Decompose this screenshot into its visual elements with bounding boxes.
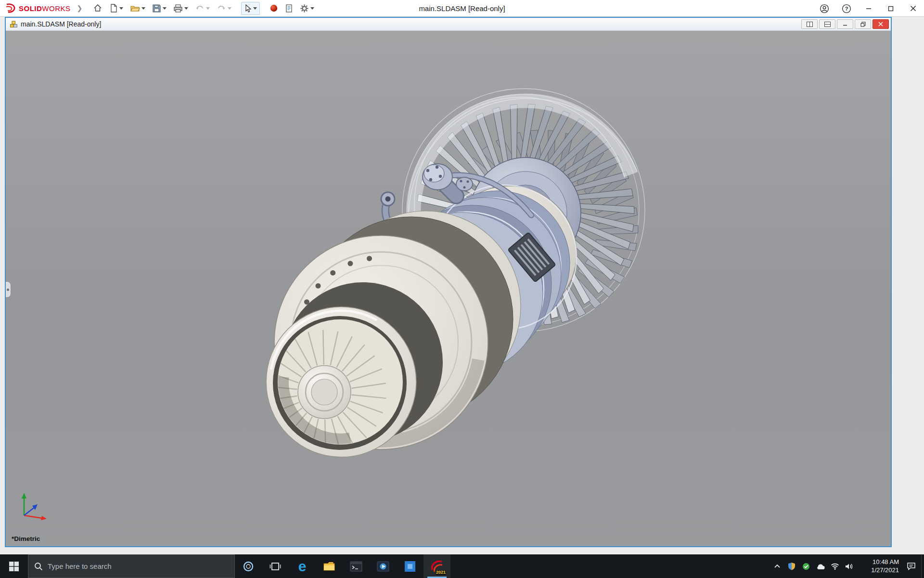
save-dropdown[interactable] xyxy=(163,7,167,10)
solidworks-application: SOLIDWORKS ❯ xyxy=(0,0,924,578)
save-button[interactable] xyxy=(149,2,169,15)
save-icon xyxy=(152,4,161,13)
options-gear-icon xyxy=(300,4,309,13)
media-app-button[interactable] xyxy=(370,554,397,578)
account-button[interactable] xyxy=(813,0,835,17)
file-properties-button[interactable] xyxy=(282,2,296,15)
close-icon xyxy=(910,5,916,12)
split-view-horizontal-button[interactable] xyxy=(819,19,835,29)
orientation-triad[interactable] xyxy=(15,489,52,523)
taskbar-clock[interactable]: 10:48 AM 1/27/2021 xyxy=(857,558,901,575)
cortana-button[interactable] xyxy=(235,554,262,578)
start-button[interactable] xyxy=(0,554,28,578)
open-dropdown[interactable] xyxy=(141,7,145,10)
accessory-flange xyxy=(423,164,473,196)
undo-dropdown[interactable] xyxy=(206,7,210,10)
volume-tray[interactable] xyxy=(842,554,857,578)
solidworks-year-label: 2021 xyxy=(436,570,446,575)
show-desktop-button[interactable] xyxy=(921,554,924,578)
open-folder-icon xyxy=(130,3,140,13)
solidworks-logo: SOLIDWORKS ❯ xyxy=(0,3,82,13)
clock-date: 1/27/2021 xyxy=(857,566,899,575)
appearance-button[interactable] xyxy=(267,2,281,14)
edge-button[interactable]: e xyxy=(289,554,316,578)
close-icon xyxy=(878,22,883,26)
redo-icon xyxy=(217,4,226,13)
onedrive-cloud-icon xyxy=(816,563,825,570)
minimize-icon xyxy=(866,6,872,12)
media-app-icon xyxy=(377,561,389,572)
home-icon xyxy=(93,3,103,13)
quick-access-toolbar xyxy=(90,1,317,15)
help-button[interactable]: ? xyxy=(835,0,858,17)
tray-expand-button[interactable] xyxy=(770,554,784,578)
task-view-icon xyxy=(270,561,281,572)
app-window-controls: ? xyxy=(813,0,924,17)
document-title: main.SLDASM [Read-only] xyxy=(21,20,101,28)
options-button[interactable] xyxy=(297,2,317,15)
new-document-button[interactable] xyxy=(106,1,126,15)
minimize-button[interactable] xyxy=(858,0,880,17)
windows-logo-icon xyxy=(9,561,19,572)
close-button[interactable] xyxy=(902,0,924,17)
split-view-vertical-button[interactable] xyxy=(801,19,818,29)
print-icon xyxy=(173,4,183,13)
feature-tree-collapse-handle[interactable] xyxy=(6,281,11,298)
volume-speaker-icon xyxy=(845,563,854,570)
task-view-button[interactable] xyxy=(262,554,289,578)
file-explorer-button[interactable] xyxy=(316,554,343,578)
select-cursor-icon xyxy=(244,4,252,13)
document-titlebar[interactable]: main.SLDASM [Read-only] xyxy=(6,18,891,31)
search-icon xyxy=(34,562,43,571)
split-vertical-icon xyxy=(807,22,813,27)
assembly-document-icon xyxy=(10,20,18,28)
solidworks-app-button[interactable]: 2021 xyxy=(424,554,450,578)
taskbar-search[interactable] xyxy=(28,554,235,578)
network-wifi-icon xyxy=(831,563,839,570)
system-tray: 10:48 AM 1/27/2021 xyxy=(770,554,924,578)
brand-expand-chevron-icon[interactable]: ❯ xyxy=(77,4,83,12)
search-input[interactable] xyxy=(48,562,229,570)
restore-icon xyxy=(860,22,866,27)
console-app-icon xyxy=(350,561,362,572)
redo-button[interactable] xyxy=(214,2,234,14)
model-3d-jet-engine[interactable] xyxy=(6,31,891,546)
options-dropdown[interactable] xyxy=(310,7,314,10)
print-dropdown[interactable] xyxy=(184,7,188,10)
select-tool-button[interactable] xyxy=(241,2,260,15)
action-center-button[interactable] xyxy=(901,554,921,578)
photos-app-button[interactable] xyxy=(397,554,424,578)
redo-dropdown[interactable] xyxy=(228,7,231,10)
home-button[interactable] xyxy=(90,1,105,15)
help-icon: ? xyxy=(842,4,851,13)
svg-text:?: ? xyxy=(845,6,848,12)
security-shield-tray[interactable] xyxy=(784,554,799,578)
solidworks-app-icon: 2021 xyxy=(429,558,445,575)
onedrive-tray[interactable] xyxy=(813,554,828,578)
cortana-icon xyxy=(243,561,254,572)
console-app-button[interactable] xyxy=(343,554,370,578)
undo-icon xyxy=(195,4,205,13)
defender-shield-icon xyxy=(788,562,796,570)
new-document-dropdown[interactable] xyxy=(119,7,123,10)
file-explorer-icon xyxy=(322,561,336,572)
photos-app-icon xyxy=(404,561,416,572)
document-minimize-button[interactable] xyxy=(837,19,853,29)
app-titlebar: SOLIDWORKS ❯ xyxy=(0,0,924,17)
graphics-viewport[interactable]: *Dimetric xyxy=(6,31,891,546)
new-document-icon xyxy=(109,3,118,13)
maximize-button[interactable] xyxy=(880,0,902,17)
account-icon xyxy=(820,4,829,13)
select-tool-dropdown[interactable] xyxy=(253,7,257,10)
open-button[interactable] xyxy=(127,1,148,15)
minimize-icon xyxy=(843,22,847,26)
brand-wordmark: SOLIDWORKS xyxy=(19,4,71,13)
undo-button[interactable] xyxy=(192,2,213,14)
network-tray[interactable] xyxy=(828,554,842,578)
document-close-button[interactable] xyxy=(873,19,889,29)
maximize-icon xyxy=(888,6,894,12)
document-restore-button[interactable] xyxy=(855,19,871,29)
print-button[interactable] xyxy=(170,2,191,15)
ds-logo-icon xyxy=(5,3,16,13)
status-tray[interactable] xyxy=(799,554,813,578)
